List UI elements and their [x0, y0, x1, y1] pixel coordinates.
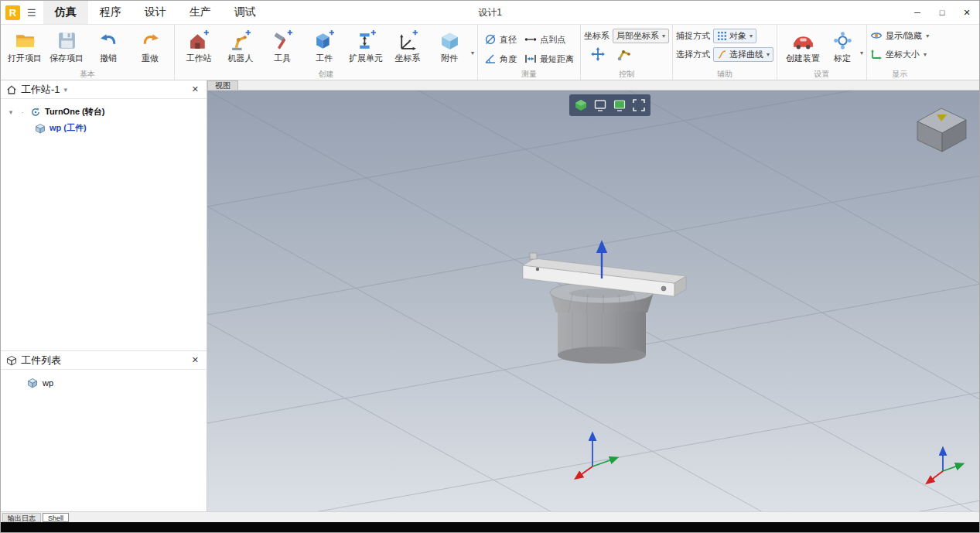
point-to-point-icon — [524, 33, 537, 46]
coordinate-axes-icon — [397, 28, 419, 53]
calibration-button[interactable]: 标定 — [825, 26, 859, 64]
minimize-button[interactable]: ─ — [905, 1, 930, 24]
diameter-icon — [484, 33, 497, 46]
ribbon-group-create: 工作站 机器人 工具 — [175, 25, 478, 80]
scene[interactable] — [207, 91, 979, 511]
menu-tab-bar: 仿真 程序 设计 生产 调试 — [43, 1, 268, 24]
create-extension-unit-button[interactable]: 扩展单元 — [345, 26, 387, 64]
snap-mode-label: 捕捉方式 — [676, 30, 710, 42]
maximize-button[interactable]: □ — [930, 1, 954, 24]
app-window: R ☰ 仿真 程序 设计 生产 调试 设计1 ─ □ ✕ 打开项目 — [0, 0, 980, 533]
calibration-dropdown-caret[interactable]: ▾ — [860, 50, 863, 56]
turntable-icon — [30, 107, 41, 118]
expander-dot-icon: · — [19, 108, 26, 116]
undo-button[interactable]: 撤销 — [87, 26, 129, 64]
statusbar: 输出日志 Shell — [1, 511, 979, 522]
ribbon: 打开项目 保存项目 撤销 — [1, 24, 979, 80]
tree-item-wp[interactable]: wp (工件) — [1, 120, 207, 136]
viewport-tab-bar: 视图 — [207, 80, 979, 91]
open-project-label: 打开项目 — [8, 53, 42, 64]
cube-view-icon[interactable] — [573, 97, 589, 113]
ribbon-group-display: 显示/隐藏 ▾ 坐标大小 ▾ 显示 — [867, 25, 932, 80]
workstation-panel-close-icon[interactable]: ✕ — [190, 84, 201, 94]
coordinate-size-button[interactable]: 坐标大小 ▾ — [870, 45, 929, 63]
workstation-icon — [188, 28, 210, 53]
workpiece-list-item[interactable]: wp — [1, 374, 207, 391]
attachment-button[interactable]: 附件 — [429, 26, 470, 64]
coordinate-system-select[interactable]: 局部坐标系 ▾ — [613, 29, 669, 43]
workpiece-panel-close-icon[interactable]: ✕ — [190, 355, 201, 365]
create-coordinate-button[interactable]: 坐标系 — [387, 26, 429, 64]
redo-button[interactable]: 重做 — [129, 26, 171, 64]
ribbon-group-basic: 打开项目 保存项目 撤销 — [1, 25, 175, 80]
wp-item-cube-icon — [27, 378, 38, 388]
titlebar: R ☰ 仿真 程序 设计 生产 调试 设计1 ─ □ ✕ — [1, 1, 979, 24]
measure-point-to-point-button[interactable]: 点到点 — [524, 31, 574, 48]
home-icon — [6, 84, 17, 95]
angle-icon — [484, 53, 497, 65]
select-mode-select[interactable]: 选择曲线 ▾ — [713, 47, 773, 62]
fit-view-icon[interactable] — [631, 97, 647, 113]
snap-grid-icon — [717, 31, 727, 41]
tab-simulation[interactable]: 仿真 — [43, 1, 88, 24]
workstation-panel-header: 工作站-1 ▾ ✕ — [1, 80, 207, 99]
output-log-tab[interactable]: 输出日志 — [2, 513, 41, 522]
shell-tab[interactable]: Shell — [43, 513, 69, 522]
viewport-canvas[interactable] — [207, 91, 979, 511]
tree-item-turnone[interactable]: ▾ · TurnOne (转台) — [1, 104, 207, 120]
group-label-control: 控制 — [584, 69, 669, 80]
capture-view-icon[interactable] — [592, 97, 608, 113]
create-workpiece-button[interactable]: 工件 — [303, 26, 345, 64]
ribbon-group-settings: 创建装置 标定 ▾ 设置 — [777, 25, 867, 80]
measure-diameter-button[interactable]: 直径 — [484, 31, 517, 48]
create-tool-button[interactable]: 工具 — [261, 26, 303, 64]
redo-label: 重做 — [142, 53, 159, 64]
folder-icon — [14, 28, 36, 53]
coordinate-size-icon — [870, 48, 883, 60]
show-hide-eye-icon — [870, 29, 883, 42]
joint-tool-button[interactable] — [616, 46, 632, 62]
open-project-button[interactable]: 打开项目 — [4, 26, 46, 64]
close-button[interactable]: ✕ — [954, 1, 979, 24]
group-label-create: 创建 — [178, 69, 474, 80]
viewport-toolbar — [569, 94, 650, 116]
expander-icon[interactable]: ▾ — [7, 108, 15, 116]
hamburger-menu-icon[interactable]: ☰ — [20, 7, 43, 19]
snap-mode-select[interactable]: 对象 ▾ — [713, 29, 756, 43]
workpiece-panel-title: 工件列表 — [21, 354, 61, 367]
panel-chevron-icon[interactable]: ▾ — [64, 86, 68, 94]
group-label-display: 显示 — [870, 69, 929, 80]
tab-debug[interactable]: 调试 — [223, 1, 268, 24]
workpiece-panel-header: 工件列表 ✕ — [1, 351, 207, 370]
move-tool-button[interactable] — [590, 46, 606, 62]
create-workstation-button[interactable]: 工作站 — [178, 26, 220, 64]
group-label-measure: 测量 — [481, 69, 577, 80]
sidebar: 工作站-1 ▾ ✕ ▾ · TurnOne (转台) wp (工件 — [1, 80, 207, 511]
coordinate-system-label: 坐标系 — [584, 30, 610, 42]
window-controls: ─ □ ✕ — [905, 1, 979, 24]
coordinate-select-caret: ▾ — [662, 32, 665, 39]
measure-angle-button[interactable]: 角度 — [484, 50, 517, 67]
tab-production[interactable]: 生产 — [178, 1, 223, 24]
measure-shortest-distance-button[interactable]: 最短距离 — [524, 50, 574, 67]
show-hide-button[interactable]: 显示/隐藏 ▾ — [870, 26, 929, 45]
extension-unit-icon — [355, 28, 377, 53]
workpiece-cube-icon — [35, 123, 46, 134]
main-area: 视图 — [207, 80, 979, 511]
create-device-button[interactable]: 创建装置 — [780, 26, 825, 64]
robot-icon — [230, 28, 252, 53]
tab-program[interactable]: 程序 — [88, 1, 133, 24]
create-robot-button[interactable]: 机器人 — [220, 26, 261, 64]
tool-icon — [271, 28, 294, 53]
capture-green-icon[interactable] — [612, 97, 627, 113]
view-tab[interactable]: 视图 — [207, 80, 238, 90]
shortest-distance-icon — [524, 53, 537, 65]
select-mode-label: 选择方式 — [676, 49, 710, 60]
save-project-button[interactable]: 保存项目 — [46, 26, 87, 64]
tab-design[interactable]: 设计 — [133, 1, 178, 24]
workpiece-list-panel: 工件列表 ✕ wp — [1, 350, 207, 391]
attachment-dropdown-caret[interactable]: ▾ — [471, 50, 474, 56]
undo-label: 撤销 — [100, 53, 117, 64]
group-label-settings: 设置 — [780, 69, 863, 80]
ribbon-group-control: 坐标系 局部坐标系 ▾ 控制 — [581, 25, 673, 80]
